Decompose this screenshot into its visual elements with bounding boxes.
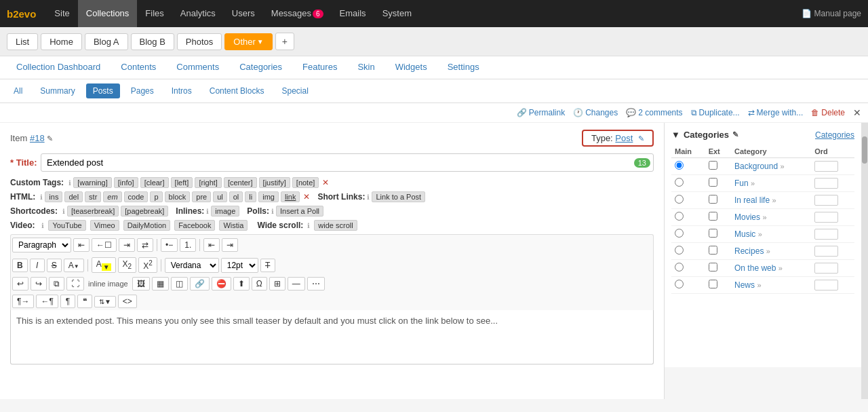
font-size-select[interactable]: 12pt: [221, 258, 258, 273]
tab-blog-b[interactable]: Blog B: [131, 33, 174, 50]
bold-btn[interactable]: B: [12, 259, 28, 272]
horizontal-rule-btn[interactable]: —: [288, 277, 305, 291]
subtab-contents[interactable]: Contents: [111, 56, 165, 79]
video-facebook[interactable]: Facebook: [174, 220, 215, 231]
filter-summary[interactable]: Summary: [33, 83, 81, 98]
cat-ext-check[interactable]: [705, 158, 731, 175]
title-input[interactable]: [41, 153, 654, 172]
html-em[interactable]: em: [103, 191, 121, 202]
custom-tags-info-icon[interactable]: ℹ: [68, 179, 71, 187]
html-p[interactable]: p: [150, 191, 162, 202]
nav-system[interactable]: System: [374, 0, 420, 27]
html-del[interactable]: del: [64, 191, 83, 202]
tab-list[interactable]: List: [7, 33, 38, 50]
video-youtube[interactable]: YouTube: [48, 220, 85, 231]
tab-blog-a[interactable]: Blog A: [85, 33, 128, 50]
ordered-list-btn[interactable]: 1.: [180, 238, 196, 252]
edit-type-icon[interactable]: ✎: [638, 134, 644, 143]
direction-btn[interactable]: ⇅▼: [94, 296, 116, 307]
tab-photos[interactable]: Photos: [177, 33, 222, 50]
cat-ext-check[interactable]: [705, 277, 731, 294]
align-left-btn[interactable]: ⇤: [73, 238, 90, 252]
cat-ext-check[interactable]: [705, 226, 731, 243]
inlines-info-icon[interactable]: ℹ: [206, 208, 209, 215]
nav-files[interactable]: Files: [137, 0, 172, 27]
tab-home[interactable]: Home: [41, 33, 82, 50]
filter-intros[interactable]: Intros: [165, 83, 199, 98]
font-color-btn[interactable]: A▼: [64, 259, 84, 272]
cat-link-news[interactable]: News: [734, 280, 755, 290]
cat-main-radio[interactable]: [671, 175, 705, 192]
tag-warning[interactable]: [warning]: [73, 177, 112, 188]
tag-note[interactable]: [note]: [292, 177, 319, 188]
tag-right[interactable]: [right]: [195, 177, 222, 188]
polls-info-icon[interactable]: ℹ: [271, 208, 274, 215]
italic-btn[interactable]: I: [30, 259, 45, 272]
filter-posts[interactable]: Posts: [86, 83, 120, 98]
subtab-comments[interactable]: Comments: [167, 56, 229, 79]
html-tags-close[interactable]: ✕: [302, 192, 311, 202]
cat-ord-on-the-web[interactable]: [814, 263, 838, 274]
align-right-btn[interactable]: ⇥: [119, 238, 135, 252]
fullscreen-btn[interactable]: ⛶: [66, 277, 84, 291]
short-link-post-btn[interactable]: Link to a Post: [372, 191, 425, 202]
subtab-collection-dashboard[interactable]: Collection Dashboard: [7, 56, 110, 79]
filter-pages[interactable]: Pages: [124, 83, 161, 98]
insert-embed-btn[interactable]: ◫: [171, 277, 188, 291]
font-family-select[interactable]: Verdana: [165, 258, 219, 273]
manual-link[interactable]: 📄Manual page: [802, 9, 861, 18]
video-wistia[interactable]: Wistia: [219, 220, 248, 231]
copy-btn[interactable]: ⧉: [49, 277, 64, 291]
cat-ord-in-real-life[interactable]: [814, 195, 838, 206]
nav-messages[interactable]: Messages6: [263, 0, 332, 28]
edit-categories-icon[interactable]: ✎: [732, 130, 738, 139]
indent-btn[interactable]: ⇥: [222, 238, 238, 252]
unordered-list-btn[interactable]: •−: [161, 238, 178, 252]
align-center-btn[interactable]: ←☐: [92, 238, 117, 252]
edit-item-icon[interactable]: ✎: [47, 134, 53, 143]
scroll-thumb[interactable]: [862, 136, 867, 164]
nav-analytics[interactable]: Analytics: [172, 0, 224, 27]
ltr-btn[interactable]: ¶→: [12, 295, 34, 308]
categories-scrollbar[interactable]: [861, 123, 868, 399]
custom-tags-close[interactable]: ✕: [321, 178, 330, 187]
close-button[interactable]: ✕: [853, 107, 861, 118]
changes-link[interactable]: 🕐 Changes: [573, 108, 618, 117]
categories-manage-link[interactable]: Categories: [815, 130, 854, 140]
insert-media-btn[interactable]: ▦: [152, 277, 169, 291]
subscript-btn[interactable]: X2: [118, 257, 137, 272]
align-justify-btn[interactable]: ⇄: [137, 238, 153, 252]
merge-link[interactable]: ⇄ Merge with...: [748, 108, 804, 117]
cat-link-music[interactable]: Music: [734, 229, 755, 239]
cat-main-radio[interactable]: [671, 277, 705, 294]
video-vimeo[interactable]: Vimeo: [90, 220, 119, 231]
html-code[interactable]: code: [124, 191, 149, 202]
cat-ord-movies[interactable]: [814, 212, 838, 223]
tag-teaserbreak[interactable]: [teaserbreak]: [67, 206, 119, 217]
cat-main-radio[interactable]: [671, 226, 705, 243]
inline-image-btn[interactable]: image: [211, 206, 239, 217]
short-links-info-icon[interactable]: ℹ: [367, 193, 370, 201]
nav-collections[interactable]: Collections: [78, 0, 138, 27]
filter-all[interactable]: All: [7, 83, 29, 98]
cat-link-background[interactable]: Background: [734, 162, 778, 171]
special-char-btn[interactable]: Ω: [252, 277, 267, 291]
bg-color-btn[interactable]: A▼: [92, 257, 116, 272]
cat-main-radio[interactable]: [671, 243, 705, 260]
subtab-features[interactable]: Features: [293, 56, 347, 79]
add-tab-button[interactable]: +: [275, 33, 294, 50]
html-link[interactable]: link: [281, 191, 300, 202]
cat-ext-check[interactable]: [705, 209, 731, 226]
cat-main-radio[interactable]: [671, 260, 705, 277]
shortcodes-info-icon[interactable]: ℹ: [62, 208, 65, 215]
wide-scroll-info-icon[interactable]: ℹ: [307, 222, 310, 229]
tag-left[interactable]: [left]: [171, 177, 193, 188]
paragraph-select[interactable]: Paragraph: [12, 238, 71, 252]
html-block[interactable]: block: [165, 191, 191, 202]
editor-content-area[interactable]: This is an extended post. This means you…: [10, 310, 654, 364]
cat-main-radio[interactable]: [671, 209, 705, 226]
upload-btn[interactable]: ⬆: [233, 277, 250, 291]
source-btn[interactable]: <>: [118, 295, 137, 308]
cat-link-in-real-life[interactable]: In real life: [734, 195, 770, 205]
html-img[interactable]: img: [258, 191, 279, 202]
